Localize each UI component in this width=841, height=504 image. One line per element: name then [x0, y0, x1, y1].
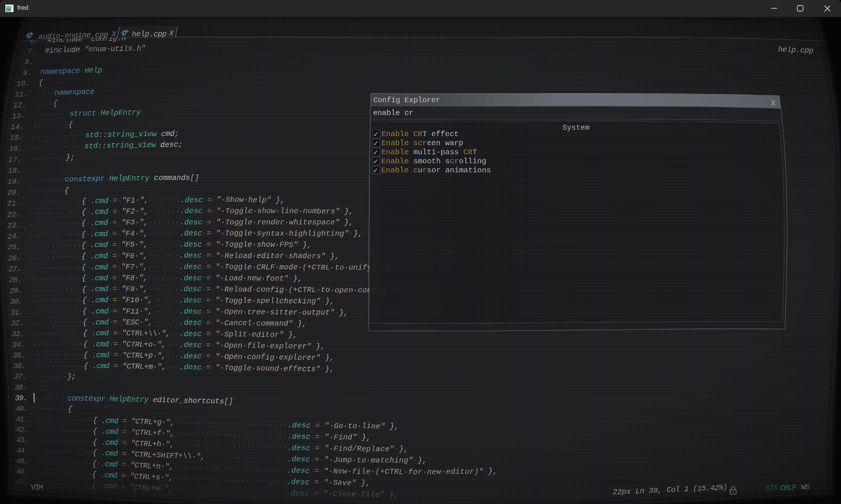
svg-text:·: · [202, 274, 206, 283]
svg-text:·: · [211, 218, 216, 227]
svg-text:},: }, [417, 456, 427, 465]
svg-text:"·Reload·editor·shaders": "·Reload·editor·shaders" [215, 252, 326, 261]
svg-text:·······: ······· [148, 229, 180, 238]
svg-text:=: = [112, 218, 117, 227]
svg-text:45.: 45. [16, 457, 28, 466]
svg-text:·: · [86, 252, 90, 261]
svg-text:=: = [113, 340, 118, 349]
svg-text:32.: 32. [11, 319, 24, 328]
svg-text:·: · [340, 218, 344, 227]
svg-text:,: , [144, 218, 148, 227]
svg-text:,: , [168, 485, 173, 493]
svg-text:············: ············ [31, 142, 84, 152]
svg-text:·: · [484, 467, 488, 476]
svg-text:10.: 10. [17, 79, 30, 88]
svg-text:.cmd: .cmd [90, 230, 108, 239]
svg-text:··············: ·············· [35, 415, 93, 425]
svg-text:8.: 8. [25, 58, 34, 67]
svg-text:.cmd: .cmd [91, 318, 109, 327]
svg-text:,: , [169, 463, 174, 471]
svg-text:"·Open·file·explorer": "·Open·file·explorer" [215, 341, 311, 351]
svg-text:.cmd: .cmd [92, 362, 109, 370]
svg-text:#include: #include [45, 45, 80, 55]
svg-text:22.: 22. [7, 210, 20, 219]
svg-text:.desc: .desc [179, 296, 202, 305]
svg-text:"CTRL+m·": "CTRL+m·" [122, 362, 162, 371]
svg-text:=: = [315, 433, 320, 441]
svg-text:"·Find/Replace": "·Find/Replace" [324, 444, 394, 453]
svg-text:},: }, [325, 353, 334, 362]
svg-text:cmd: cmd [161, 129, 175, 138]
svg-text:·: · [202, 285, 206, 293]
svg-text:·: · [202, 318, 206, 327]
svg-text:·: · [105, 174, 109, 183]
svg-text:·······: ······· [148, 274, 179, 282]
svg-text:"·New·file·(+CTRL·for·new·edit: "·New·file·(+CTRL·for·new·editor)" [324, 467, 483, 476]
svg-text:43.: 43. [16, 436, 29, 444]
svg-text:=: = [314, 489, 318, 498]
svg-text:=: = [206, 296, 211, 305]
svg-text:✓: ✓ [374, 130, 378, 139]
svg-text:18.: 18. [8, 166, 21, 175]
svg-text:.cmd: .cmd [92, 351, 109, 360]
svg-text:············: ············ [30, 274, 82, 284]
svg-text:✓: ✓ [373, 166, 378, 175]
svg-text:.cmd: .cmd [90, 263, 108, 272]
svg-text:.desc: .desc [179, 285, 202, 293]
svg-text:·······: ······· [148, 285, 179, 293]
svg-text:.desc: .desc [179, 318, 202, 327]
svg-text:.desc: .desc [287, 466, 310, 475]
svg-text:=: = [122, 461, 126, 469]
svg-text:············: ············ [32, 329, 83, 338]
svg-text:=: = [206, 352, 211, 361]
svg-text:.desc: .desc [180, 218, 202, 227]
svg-text:=: = [315, 467, 319, 475]
svg-text:"·Close·file": "·Close·file" [323, 490, 384, 499]
svg-text:"F11·": "F11·" [121, 307, 148, 316]
svg-text:·: · [149, 174, 154, 182]
svg-text:,: , [143, 274, 148, 282]
svg-text:"·Save": "·Save" [324, 478, 356, 487]
svg-text:},: }, [275, 196, 285, 204]
svg-text:·: · [86, 241, 90, 250]
svg-text:············: ············ [29, 252, 81, 262]
svg-text:.desc: .desc [287, 455, 310, 464]
svg-text:·: · [117, 252, 121, 260]
svg-text:.desc: .desc [288, 432, 311, 441]
svg-text:,: , [161, 340, 166, 349]
svg-text:[]: [] [224, 397, 233, 406]
svg-text:=: = [112, 274, 117, 283]
svg-text:X: X [111, 30, 117, 38]
svg-text:·: · [211, 296, 215, 305]
svg-text:"·Jump·to·matching": "·Jump·to·matching" [324, 455, 413, 465]
svg-text:.cmd: .cmd [91, 296, 109, 304]
svg-text:.cmd: .cmd [91, 285, 108, 293]
svg-text:············: ············ [33, 351, 84, 360]
svg-text:·: · [212, 195, 217, 204]
svg-text:········: ········ [34, 110, 69, 120]
svg-text:47.: 47. [16, 478, 28, 487]
svg-text:"CTRL+p·": "CTRL+p·" [122, 351, 162, 360]
svg-text:········: ········ [34, 372, 68, 381]
svg-text:·: · [289, 274, 293, 283]
svg-text:·: · [109, 329, 113, 338]
svg-text:········: ········ [35, 394, 68, 403]
svg-text:37.: 37. [14, 372, 26, 381]
svg-text:40.: 40. [15, 404, 28, 413]
svg-text:.desc: .desc [180, 207, 203, 215]
svg-text:············: ············ [34, 361, 84, 370]
svg-text:········: ········ [29, 186, 65, 196]
svg-text:·: · [202, 229, 207, 238]
svg-text:=: = [315, 444, 320, 453]
svg-text:15.: 15. [10, 133, 23, 142]
svg-text:·: · [319, 490, 323, 498]
svg-text:·: · [320, 421, 324, 430]
svg-text:·: · [340, 207, 344, 216]
svg-text:············: ············ [31, 307, 83, 317]
svg-text:,: , [169, 473, 174, 482]
svg-text:34.: 34. [12, 340, 25, 349]
svg-text:string_view: string_view [107, 141, 157, 150]
svg-text:·: · [211, 319, 215, 327]
svg-text:een warp: een warp [427, 139, 463, 148]
svg-text:·: · [80, 45, 85, 54]
